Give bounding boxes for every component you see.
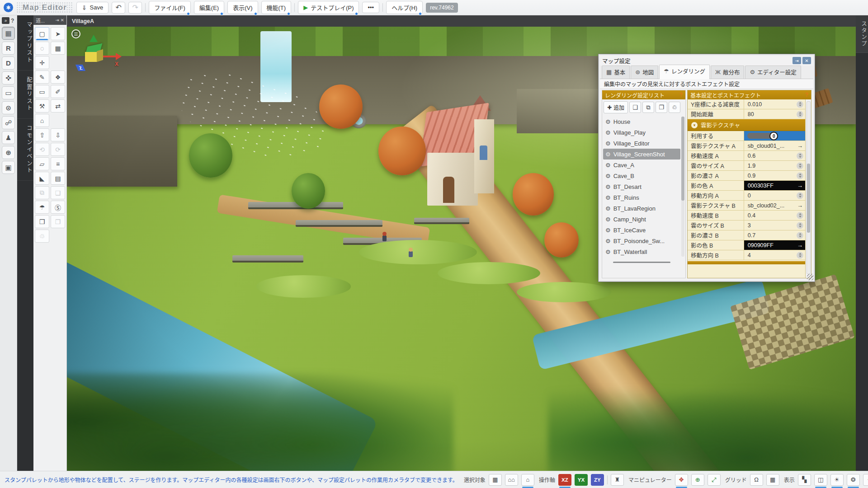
view-gizmo[interactable]: ☰ X Z [71,29,130,79]
sidebar-tab-2[interactable]: コモンイベント [17,119,33,181]
tab-stamp[interactable]: スタンプ [856,15,868,53]
prop-value[interactable]: 1.9 [744,161,805,170]
eraser-tool[interactable]: ▭ [35,85,49,98]
section-header-雲影テクスチャ[interactable]: ▾雲影テクスチャ [688,119,805,131]
gizmo-cube-front[interactable] [85,52,97,62]
dock-collapse-button[interactable]: » [2,17,9,24]
open-picker-icon[interactable]: → [797,242,803,249]
open-picker-icon[interactable]: → [797,182,803,189]
gizmo-cube-side[interactable] [97,49,103,62]
layers-tool[interactable]: ≡ [51,157,65,170]
prop-value[interactable]: sb_cloud01_...→ [744,141,805,150]
scrollbar-thumb[interactable] [807,164,810,232]
help-icon[interactable]: ? [805,92,808,98]
object-target-button[interactable]: ⌂⌂ [505,474,518,486]
prop-value[interactable]: 0 [744,191,805,200]
sidebar-tab-0[interactable]: マップリスト [17,15,33,70]
map-editor-button[interactable]: ▦ [2,27,15,40]
grid-select-tool[interactable]: ▦ [51,42,65,55]
spinner-icon[interactable] [797,222,803,229]
testplay-button[interactable]: ▶ テストプレイ(P) [298,1,359,14]
snap-magnet-button[interactable]: Ω [750,474,763,486]
show-blocks-button[interactable]: ▚ [798,474,811,486]
database-button[interactable]: D [2,56,15,70]
gizmo-menu-icon[interactable]: ☰ [71,29,80,38]
close-icon[interactable]: ✕ [802,57,811,64]
sidebar-tab-1[interactable]: 配置リスト [17,70,33,119]
render-setting-item[interactable]: ⚙Cave_B [603,170,680,181]
add-render-setting-button[interactable]: ✚ 追加 [604,101,628,113]
show-models-button[interactable]: ◫ [814,474,827,486]
scale-manipulator-button[interactable]: ⤢ [708,474,721,486]
tab-基本[interactable]: ▦基本 [602,66,630,79]
prop-value[interactable]: 090909FF→ [744,240,805,250]
spinner-icon[interactable] [797,212,803,219]
spinner-icon[interactable] [797,232,803,239]
free-select-tool[interactable]: ➤ [51,27,65,40]
lasso-select-tool[interactable]: ◌ [35,42,49,55]
terrain-target-button[interactable]: ▦ [489,474,502,486]
panel-resize-grip[interactable] [807,274,813,280]
app-icon[interactable]: ✱ [4,3,13,12]
player-start-button[interactable]: ♟ [2,131,15,144]
menu-item-2[interactable]: 表示(V) [227,1,258,14]
paste-button[interactable]: ❐ [656,102,667,113]
render-setting-item[interactable]: ⚙Village_Play [603,127,680,138]
prop-value[interactable]: 0.7 [744,230,805,240]
render-setting-item[interactable]: ⚙House [603,116,680,127]
help-menu[interactable]: ヘルプ(H) [386,1,423,14]
tab-レンダリング[interactable]: ☂レンダリング [659,65,710,79]
pin-icon[interactable]: ⇥ [55,18,59,23]
spinner-icon[interactable] [797,152,803,159]
render-setting-item[interactable]: ⚙Camp_Night [603,214,680,225]
prop-value[interactable]: sb_cloud02_...→ [744,201,805,210]
props-scrollbar[interactable] [807,101,811,274]
close-icon[interactable]: ✕ [61,18,64,23]
menu-item-3[interactable]: 機能(T) [261,1,292,14]
spinner-icon[interactable] [797,101,803,108]
undo-button[interactable]: ↶ [112,2,125,14]
help-icon[interactable]: ? [679,92,683,98]
render-setting-item[interactable]: ⚙BT_Poisonde_Sw... [603,235,680,246]
toolbox-button[interactable]: ▣ [2,161,15,174]
prop-value[interactable]: 0.4 [744,211,805,220]
list-scrollbar[interactable] [681,117,684,257]
spinner-icon[interactable] [797,192,803,199]
slope-tool[interactable]: ▱ [35,157,49,170]
axis-xz-button[interactable]: XZ [558,474,571,486]
tab-地図[interactable]: ⊚地図 [631,66,658,79]
pin-icon[interactable]: ⇥ [793,57,801,64]
save-button[interactable]: ⇓ Save [76,2,108,14]
rect-select-tool[interactable]: ▢ [35,27,49,40]
tab-敵分布[interactable]: Ж敵分布 [711,66,745,79]
scrollbar-thumb[interactable] [681,117,684,201]
eyedropper-tool[interactable]: ✐ [51,85,65,98]
grid-toggle-button[interactable]: ▦ [766,474,779,486]
box-fill-tool[interactable]: ▤ [51,172,65,185]
gamepad-button[interactable]: ✜ [2,71,15,84]
tab-villagea[interactable]: VillageA [72,18,94,24]
axis-yx-button[interactable]: YX [575,474,588,486]
menu-item-1[interactable]: 編集(E) [194,1,224,14]
spinner-icon[interactable] [797,252,803,258]
show-lighting-button[interactable]: ☀ [830,474,844,486]
start-point-tool[interactable]: Ⓢ [51,201,65,214]
ramp-tool[interactable]: ◣ [35,172,49,185]
render-setting-item[interactable]: ⚙BT_LavaRegion [603,203,680,214]
render-setting-item[interactable]: ⚙Village_ScreenShot [603,149,680,160]
copy-tool[interactable]: ❒ [35,215,49,228]
prop-value[interactable]: 0 [744,131,805,141]
menu-item-0[interactable]: ファイル(F) [149,1,191,14]
prop-value[interactable]: 0.9 [744,171,805,180]
world-button[interactable]: ⊕ [2,146,15,159]
building-target-button[interactable]: ⌂ [521,474,534,486]
spinner-icon[interactable] [797,111,803,117]
render-setting-item[interactable]: ⚙BT_Ruins [603,192,680,203]
spinner-icon[interactable] [797,172,803,179]
shovel-tool[interactable]: ⚒ [35,99,49,113]
building-tool[interactable]: ⌂ [35,114,49,127]
prop-value[interactable]: 4 [744,250,805,260]
pencil-tool[interactable]: ✎ [35,70,49,84]
axis-zy-button[interactable]: ZY [591,474,604,486]
duplicate-button[interactable]: ⧉ [642,102,654,113]
